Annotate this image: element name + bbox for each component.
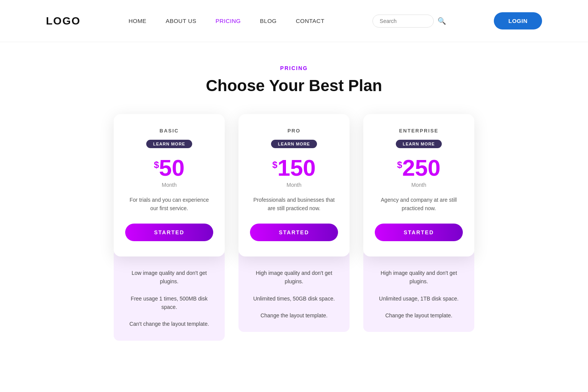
plan-basic-feature-2: Free usage 1 times, 500MB disk space. [123, 294, 216, 312]
plan-enterprise-cta[interactable]: STARTED [375, 224, 463, 241]
plan-enterprise: ENTERPRISE LEARN MORE $ 250 Month Agency… [363, 114, 474, 341]
plan-pro: PRO LEARN MORE $ 150 Month Professionals… [238, 114, 350, 341]
plan-pro-desc: Professionals and businesses that are st… [250, 196, 338, 213]
plan-basic-dollar: $ [154, 160, 159, 170]
plan-pro-feature-1: High image quality and don't get plugins… [248, 269, 340, 286]
plan-pro-learn-more[interactable]: LEARN MORE [271, 140, 317, 148]
plan-enterprise-learn-more[interactable]: LEARN MORE [396, 140, 442, 148]
plan-basic-name: BASIC [160, 128, 179, 134]
plan-basic-desc: For trials and you can experience our fi… [125, 196, 213, 213]
plan-basic-features: Low image quality and don't get plugins.… [114, 250, 225, 341]
plan-basic-feature-1: Low image quality and don't get plugins. [123, 269, 216, 286]
plan-pro-feature-3: Change the layout template. [248, 311, 340, 320]
section-label: PRICING [46, 65, 542, 71]
plan-pro-name: PRO [287, 128, 301, 134]
nav-home[interactable]: HOME [129, 18, 147, 24]
plan-enterprise-period: Month [412, 182, 426, 188]
plan-pro-period: Month [287, 182, 302, 188]
plan-pro-cta[interactable]: STARTED [250, 224, 338, 241]
plan-basic-learn-more[interactable]: LEARN MORE [146, 140, 192, 148]
nav-contact[interactable]: CONTACT [296, 18, 325, 24]
plan-basic: BASIC LEARN MORE $ 50 Month For trials a… [114, 114, 225, 341]
plan-enterprise-features: High image quality and don't get plugins… [363, 250, 474, 332]
plan-enterprise-name: ENTERPRISE [399, 128, 438, 134]
plan-basic-card: BASIC LEARN MORE $ 50 Month For trials a… [114, 114, 225, 256]
main-nav: HOME ABOUT US PRICING BLOG CONTACT [129, 18, 325, 24]
plan-pro-amount: 150 [278, 157, 316, 180]
page-title: Choose Your Best Plan [46, 77, 542, 95]
search-input[interactable] [372, 15, 434, 28]
plan-enterprise-desc: Agency and company at are still practice… [375, 196, 463, 213]
plan-pro-card: PRO LEARN MORE $ 150 Month Professionals… [238, 114, 350, 256]
plan-pro-features: High image quality and don't get plugins… [238, 250, 350, 332]
plan-enterprise-feature-3: Change the layout template. [372, 311, 465, 320]
plan-basic-period: Month [162, 182, 177, 188]
plan-basic-feature-3: Can't change the layout template. [123, 320, 216, 328]
nav-blog[interactable]: BLOG [260, 18, 277, 24]
plan-enterprise-amount: 250 [402, 157, 441, 180]
search-area: 🔍 [372, 15, 446, 28]
search-icon[interactable]: 🔍 [438, 17, 446, 25]
plan-basic-price-row: $ 50 [154, 157, 185, 180]
plan-enterprise-price-row: $ 250 [397, 157, 440, 180]
plan-enterprise-feature-2: Unlimited usage, 1TB disk space. [372, 294, 465, 303]
nav-pricing[interactable]: PRICING [216, 18, 241, 24]
plan-pro-price-row: $ 150 [272, 157, 315, 180]
plan-pro-dollar: $ [272, 160, 277, 170]
login-button[interactable]: LOGIN [494, 12, 542, 29]
pricing-cards-row: BASIC LEARN MORE $ 50 Month For trials a… [46, 114, 542, 341]
plan-enterprise-feature-1: High image quality and don't get plugins… [372, 269, 465, 286]
plan-enterprise-card: ENTERPRISE LEARN MORE $ 250 Month Agency… [363, 114, 474, 256]
plan-enterprise-dollar: $ [397, 160, 402, 170]
nav-about[interactable]: ABOUT US [166, 18, 196, 24]
plan-basic-amount: 50 [159, 157, 185, 180]
plan-basic-cta[interactable]: STARTED [125, 224, 213, 241]
logo: LOGO [46, 15, 80, 27]
plan-pro-feature-2: Unlimited times, 50GB disk space. [248, 294, 340, 303]
